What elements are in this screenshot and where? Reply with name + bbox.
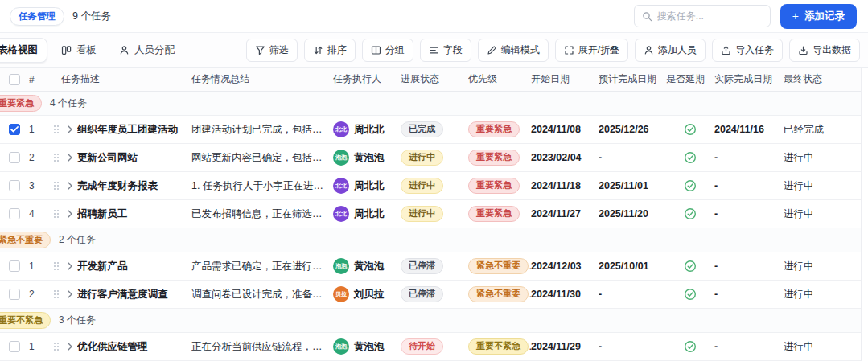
actual-date: - <box>714 260 784 272</box>
expand-row-icon[interactable] <box>63 210 77 218</box>
filter-button[interactable]: 筛选 <box>246 39 298 62</box>
task-description: 更新公司网站 <box>77 151 191 165</box>
row-checkbox[interactable] <box>9 124 20 135</box>
on-time-check-icon <box>666 340 714 353</box>
task-description: 优化供应链管理 <box>77 340 191 354</box>
task-description: 组织年度员工团建活动 <box>77 123 191 137</box>
assignee-name: 周北北 <box>354 179 385 193</box>
row-checkbox[interactable] <box>9 152 20 163</box>
row-checkbox[interactable] <box>9 180 20 191</box>
avatar: 泡泡 <box>333 338 349 355</box>
due-date: - <box>599 341 666 352</box>
due-date: 2025/12/26 <box>599 124 666 135</box>
drag-handle-icon[interactable] <box>50 125 63 134</box>
column-header-assignee: 任务执行人 <box>333 72 401 86</box>
drag-handle-icon[interactable] <box>50 261 63 271</box>
expand-row-icon[interactable] <box>63 343 77 351</box>
column-header-priority: 优先级 <box>468 72 531 86</box>
search-box[interactable] <box>634 5 771 27</box>
group-badge: 重要不紧急 <box>0 312 51 329</box>
table-row[interactable]: 1 组织年度员工团建活动 团建活动计划已完成，包括场... 北北 周北北 已完成… <box>0 116 861 144</box>
assignee-cell: 泡泡 黄泡泡 <box>333 338 401 355</box>
column-header-final: 最终状态 <box>784 72 861 86</box>
table-row[interactable]: 2 更新公司网站 网站更新内容已确定，包括新... 泡泡 黄泡泡 进行中 重要紧… <box>0 144 861 172</box>
expand-row-icon[interactable] <box>63 182 77 190</box>
group-button[interactable]: 分组 <box>362 39 413 62</box>
select-all-checkbox[interactable] <box>9 74 20 85</box>
assignee-name: 黄泡泡 <box>354 260 385 273</box>
task-summary: 正在分析当前供应链流程，识... <box>191 340 333 354</box>
expand-collapse-button[interactable]: 展开/折叠 <box>555 39 628 62</box>
on-time-check-icon <box>666 123 714 136</box>
on-time-check-icon <box>666 288 714 301</box>
table-row[interactable]: 1 优化供应链管理 正在分析当前供应链流程，识... 泡泡 黄泡泡 待开始 重要… <box>0 333 861 361</box>
assignee-cell: 贝拉 刘贝拉 <box>333 286 401 302</box>
actual-date: - <box>714 341 784 352</box>
sort-button[interactable]: 排序 <box>304 39 356 62</box>
row-index: 4 <box>29 208 50 219</box>
on-time-check-icon <box>666 151 714 164</box>
status-badge: 已停滞 <box>401 286 443 303</box>
edit-mode-button[interactable]: 编辑模式 <box>478 39 549 62</box>
group-header: 重要不紧急3 个任务 <box>0 309 861 333</box>
row-checkbox[interactable] <box>9 289 20 300</box>
table-title-badge: 任务管理 <box>10 7 64 26</box>
table-row[interactable]: 3 完成年度财务报表 1. 任务执行人于小宇正在进行... 北北 周北北 进行中… <box>0 172 861 200</box>
table-body: 重要紧急4 个任务 1 组织年度员工团建活动 团建活动计划已完成，包括场... … <box>0 92 861 361</box>
tab-kanban[interactable]: 看板 <box>52 39 105 62</box>
status-badge: 待开始 <box>401 338 443 355</box>
table-row[interactable]: 4 招聘新员工 已发布招聘信息，正在筛选简... 北北 周北北 进行中 重要紧急… <box>0 200 861 228</box>
column-header-delayed: 是否延期 <box>666 72 714 86</box>
avatar: 泡泡 <box>333 150 349 166</box>
assignee-name: 周北北 <box>354 123 385 137</box>
pencil-icon <box>487 45 497 55</box>
expand-row-icon[interactable] <box>63 290 77 298</box>
fields-icon <box>429 45 439 55</box>
status-badge: 已停滞 <box>401 258 443 275</box>
kanban-icon <box>61 45 72 55</box>
import-tasks-button[interactable]: 导入任务 <box>712 39 783 62</box>
row-checkbox[interactable] <box>9 208 20 219</box>
tab-table-view[interactable]: 表格视图 <box>0 38 47 63</box>
start-date: 2024/11/18 <box>531 180 599 191</box>
final-status: 进行中 <box>784 179 861 193</box>
search-input[interactable] <box>657 10 763 22</box>
assignee-name: 黄泡泡 <box>354 151 385 165</box>
drag-handle-icon[interactable] <box>50 209 63 219</box>
drag-handle-icon[interactable] <box>50 342 63 351</box>
priority-badge: 紧急不重要 <box>468 286 529 303</box>
export-data-button[interactable]: 导出数据 <box>789 39 860 62</box>
final-status: 进行中 <box>784 260 861 273</box>
row-checkbox[interactable] <box>9 341 20 352</box>
task-description: 开发新产品 <box>77 260 191 273</box>
fields-button[interactable]: 字段 <box>420 39 471 62</box>
final-status: 进行中 <box>784 288 861 302</box>
drag-handle-icon[interactable] <box>50 181 63 191</box>
expand-row-icon[interactable] <box>63 262 77 270</box>
start-date: 2024/12/03 <box>531 260 599 272</box>
drag-handle-icon[interactable] <box>50 289 63 299</box>
row-index: 1 <box>29 341 50 352</box>
on-time-check-icon <box>666 179 714 192</box>
task-count: 9 个任务 <box>72 10 111 23</box>
add-person-button[interactable]: 添加人员 <box>635 39 706 62</box>
expand-row-icon[interactable] <box>63 154 77 162</box>
due-date: 2025/10/01 <box>599 260 666 272</box>
avatar: 贝拉 <box>333 286 349 302</box>
expand-row-icon[interactable] <box>63 125 77 133</box>
table-toolbar: 筛选 排序 分组 字段 <box>246 39 860 62</box>
person-icon <box>119 45 130 55</box>
add-record-button[interactable]: + 添加记录 <box>780 4 857 29</box>
assignee-cell: 北北 周北北 <box>333 206 401 222</box>
plus-icon: + <box>792 10 799 22</box>
priority-badge: 紧急不重要 <box>468 258 529 275</box>
tab-people-assignment[interactable]: 人员分配 <box>110 39 183 62</box>
table-row[interactable]: 2 进行客户满意度调查 调查问卷已设计完成，准备发... 贝拉 刘贝拉 已停滞 … <box>0 281 861 309</box>
row-checkbox[interactable] <box>9 260 20 272</box>
actual-date: - <box>714 208 784 219</box>
drag-handle-icon[interactable] <box>50 153 63 162</box>
assignee-name: 黄泡泡 <box>354 340 385 354</box>
table-row[interactable]: 1 开发新产品 产品需求已确定，正在进行原... 泡泡 黄泡泡 已停滞 紧急不重… <box>0 252 861 281</box>
due-date: - <box>599 289 666 300</box>
row-index: 2 <box>29 152 50 163</box>
